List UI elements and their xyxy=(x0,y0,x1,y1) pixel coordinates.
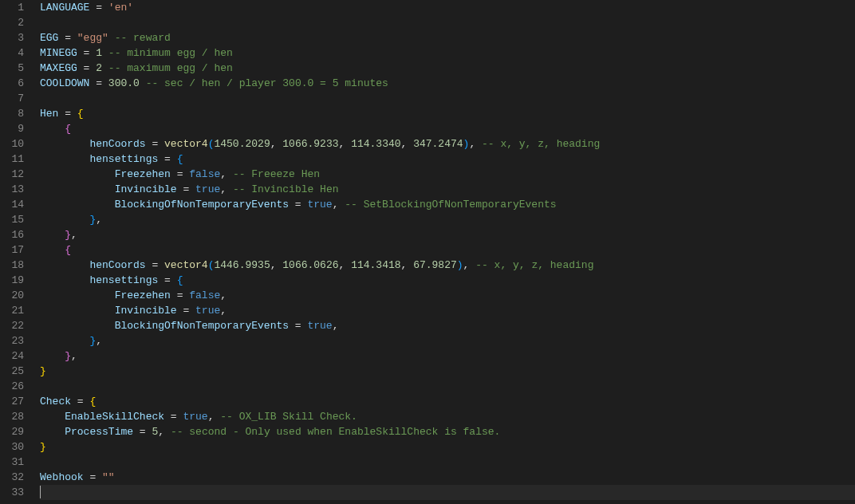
token-num: 1450.2029 xyxy=(214,138,270,150)
token-op xyxy=(40,350,65,362)
token-op: , xyxy=(220,305,227,317)
line-number: 5 xyxy=(0,61,24,76)
code-line[interactable]: COOLDOWN = 300.0 -- sec / hen / player 3… xyxy=(40,76,855,91)
token-com: -- x, y, z, heading xyxy=(475,259,593,271)
code-line[interactable] xyxy=(40,485,855,500)
token-op: = xyxy=(58,32,77,44)
token-op xyxy=(40,123,65,135)
token-kw: Invincible xyxy=(115,305,177,317)
token-op: , xyxy=(71,350,77,362)
token-op xyxy=(108,32,115,44)
code-line[interactable]: EGG = "egg" -- reward xyxy=(40,30,855,45)
token-bool: false xyxy=(189,289,220,301)
token-bool: true xyxy=(195,183,220,195)
code-line[interactable] xyxy=(40,15,855,30)
code-line[interactable]: hensettings = { xyxy=(40,152,855,167)
token-op xyxy=(40,335,89,347)
token-op xyxy=(40,138,89,150)
token-num: 1066.0626 xyxy=(282,259,338,271)
code-line[interactable]: Freezehen = false, xyxy=(40,288,855,303)
code-editor[interactable]: 1234567891011121314151617181920212223242… xyxy=(0,0,855,504)
code-line[interactable]: ProcessTime = 5, -- second - Only used w… xyxy=(40,424,855,439)
token-op: = xyxy=(171,289,189,301)
token-kw: Hen xyxy=(40,108,58,120)
line-number: 30 xyxy=(0,439,24,455)
token-brc: } xyxy=(40,441,46,453)
token-op: = xyxy=(289,320,307,332)
line-number: 12 xyxy=(0,167,24,182)
line-number: 17 xyxy=(0,242,24,258)
code-line[interactable]: MAXEGG = 2 -- maximum egg / hen xyxy=(40,61,855,76)
code-line[interactable]: Invincible = true, -- Invincible Hen xyxy=(40,182,855,197)
token-brc: { xyxy=(89,396,96,408)
token-brcM: { xyxy=(65,244,71,256)
token-brc: { xyxy=(77,108,84,120)
code-line[interactable]: hensettings = { xyxy=(40,273,855,288)
token-op: = xyxy=(158,274,176,286)
line-number: 32 xyxy=(0,470,24,485)
token-op xyxy=(40,183,115,195)
line-number: 20 xyxy=(0,288,24,303)
line-number: 8 xyxy=(0,106,24,121)
code-line[interactable]: }, xyxy=(40,333,855,348)
token-op: = xyxy=(133,426,152,438)
token-op: , xyxy=(96,214,102,226)
code-line[interactable]: { xyxy=(40,242,855,258)
code-line[interactable]: Freezehen = false, -- Freeeze Hen xyxy=(40,167,855,182)
token-bool: true xyxy=(183,411,207,423)
code-line[interactable] xyxy=(40,455,855,470)
token-brcM: } xyxy=(65,350,71,362)
token-op xyxy=(40,274,89,286)
code-line[interactable]: EnableSkillCheck = true, -- OX_LIB Skill… xyxy=(40,409,855,424)
token-brcB: { xyxy=(177,153,183,165)
token-bool: true xyxy=(307,320,332,332)
line-number: 2 xyxy=(0,15,24,30)
code-line[interactable]: }, xyxy=(40,348,855,364)
code-line[interactable]: } xyxy=(40,364,855,379)
line-number: 22 xyxy=(0,318,24,333)
token-op xyxy=(40,153,89,165)
code-line[interactable]: { xyxy=(40,121,855,136)
token-op: = xyxy=(177,183,195,195)
token-op: = xyxy=(58,108,77,120)
token-op: = xyxy=(77,62,96,74)
code-line[interactable]: } xyxy=(40,439,855,455)
code-line[interactable]: henCoords = vector4(1450.2029, 1066.9233… xyxy=(40,136,855,152)
line-number: 19 xyxy=(0,273,24,288)
line-number: 28 xyxy=(0,409,24,424)
token-op: = xyxy=(289,199,307,211)
token-kw: LANGUAGE xyxy=(40,2,89,14)
code-line[interactable]: }, xyxy=(40,212,855,227)
code-line[interactable]: Invincible = true, xyxy=(40,303,855,318)
token-brcM: { xyxy=(65,123,71,135)
token-brcM: } xyxy=(65,229,71,241)
token-op xyxy=(102,47,108,59)
line-number: 29 xyxy=(0,424,24,439)
token-op: , xyxy=(96,335,102,347)
token-op xyxy=(102,62,108,74)
code-line[interactable] xyxy=(40,91,855,106)
line-number: 14 xyxy=(0,197,24,212)
code-line[interactable]: BlockingOfNonTemporaryEvents = true, xyxy=(40,318,855,333)
code-line[interactable]: Webhook = "" xyxy=(40,470,855,485)
code-line[interactable] xyxy=(40,379,855,394)
token-op: , xyxy=(220,289,227,301)
line-number: 24 xyxy=(0,348,24,364)
token-op: = xyxy=(146,138,164,150)
code-line[interactable]: }, xyxy=(40,227,855,242)
code-area[interactable]: LANGUAGE = 'en'EGG = "egg" -- rewardMINE… xyxy=(32,0,855,504)
code-line[interactable]: LANGUAGE = 'en' xyxy=(40,0,855,15)
code-line[interactable]: Check = { xyxy=(40,394,855,409)
token-op: , xyxy=(270,259,283,271)
code-line[interactable]: MINEGG = 1 -- minimum egg / hen xyxy=(40,45,855,61)
token-op: , xyxy=(220,183,227,195)
token-op xyxy=(227,168,233,180)
token-brcB: { xyxy=(177,274,183,286)
token-op: = xyxy=(77,47,96,59)
token-kw: COOLDOWN xyxy=(40,77,89,89)
token-op xyxy=(140,77,146,89)
code-line[interactable]: BlockingOfNonTemporaryEvents = true, -- … xyxy=(40,197,855,212)
token-num: 114.3418 xyxy=(351,259,400,271)
code-line[interactable]: Hen = { xyxy=(40,106,855,121)
code-line[interactable]: henCoords = vector4(1446.9935, 1066.0626… xyxy=(40,258,855,273)
